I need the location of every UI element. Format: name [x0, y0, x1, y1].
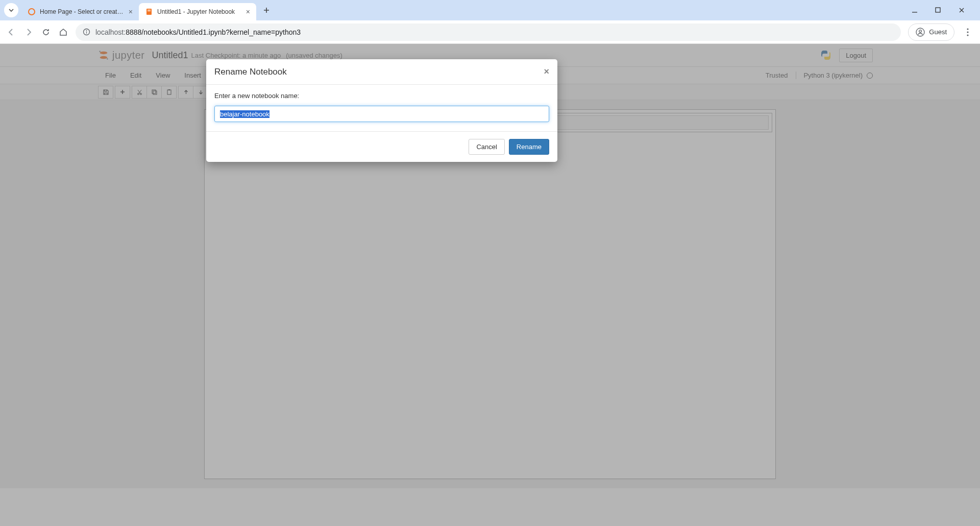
- browser-tab-notebook[interactable]: Untitled1 - Jupyter Notebook ×: [139, 3, 256, 20]
- new-tab-button[interactable]: [259, 3, 274, 17]
- maximize-button[interactable]: [935, 7, 947, 13]
- tab-search-dropdown[interactable]: [4, 3, 18, 17]
- modal-title: Rename Notebook: [214, 67, 287, 77]
- svg-point-0: [29, 9, 35, 15]
- modal-close-button[interactable]: ×: [544, 66, 549, 77]
- person-icon: [916, 28, 925, 37]
- close-window-button[interactable]: [959, 7, 971, 13]
- browser-menu-button[interactable]: [962, 28, 974, 36]
- kebab-icon: [967, 28, 969, 36]
- home-icon: [59, 28, 68, 37]
- svg-rect-7: [86, 32, 87, 34]
- svg-rect-3: [148, 11, 151, 11]
- tab-title: Home Page - Select or create a: [40, 8, 125, 15]
- notebook-favicon-icon: [145, 8, 153, 16]
- browser-toolbar: localhost:8888/notebooks/Untitled1.ipynb…: [0, 20, 980, 44]
- home-button[interactable]: [58, 27, 68, 37]
- arrow-left-icon: [7, 28, 16, 37]
- svg-rect-2: [148, 10, 151, 10]
- url-text: localhost:8888/notebooks/Untitled1.ipynb…: [95, 28, 301, 36]
- rename-button[interactable]: Rename: [509, 139, 549, 155]
- chevron-down-icon: [8, 7, 14, 13]
- browser-tab-home[interactable]: Home Page - Select or create a ×: [21, 3, 139, 20]
- reload-icon: [41, 28, 51, 37]
- tab-title: Untitled1 - Jupyter Notebook: [157, 8, 242, 15]
- close-icon[interactable]: ×: [129, 8, 133, 16]
- svg-point-12: [967, 34, 968, 36]
- modal-label: Enter a new notebook name:: [214, 92, 549, 100]
- modal-header: Rename Notebook ×: [206, 59, 557, 85]
- notebook-name-input[interactable]: [214, 106, 549, 122]
- profile-chip[interactable]: Guest: [908, 23, 954, 41]
- cancel-button[interactable]: Cancel: [469, 139, 504, 155]
- maximize-icon: [935, 7, 941, 13]
- svg-rect-4: [936, 8, 940, 12]
- svg-point-9: [919, 30, 922, 32]
- svg-rect-1: [146, 9, 152, 15]
- arrow-right-icon: [24, 28, 33, 37]
- reload-button[interactable]: [41, 27, 51, 37]
- svg-point-6: [86, 30, 87, 31]
- plus-icon: [263, 7, 270, 14]
- modal-footer: Cancel Rename: [206, 132, 557, 162]
- minimize-icon: [912, 7, 918, 13]
- window-controls: [912, 7, 976, 13]
- svg-point-11: [967, 31, 968, 33]
- address-bar[interactable]: localhost:8888/notebooks/Untitled1.ipynb…: [76, 23, 901, 41]
- info-icon: [83, 28, 90, 36]
- minimize-button[interactable]: [912, 7, 924, 13]
- profile-label: Guest: [929, 28, 947, 36]
- close-icon[interactable]: ×: [246, 8, 250, 16]
- jupyter-favicon-icon: [28, 8, 36, 16]
- forward-button[interactable]: [23, 27, 34, 37]
- close-icon: [959, 7, 965, 13]
- back-button[interactable]: [6, 27, 16, 37]
- browser-tab-strip: Home Page - Select or create a × Untitle…: [0, 0, 980, 20]
- svg-point-10: [967, 28, 968, 30]
- rename-modal: Rename Notebook × Enter a new notebook n…: [206, 59, 557, 162]
- modal-body: Enter a new notebook name:: [206, 85, 557, 132]
